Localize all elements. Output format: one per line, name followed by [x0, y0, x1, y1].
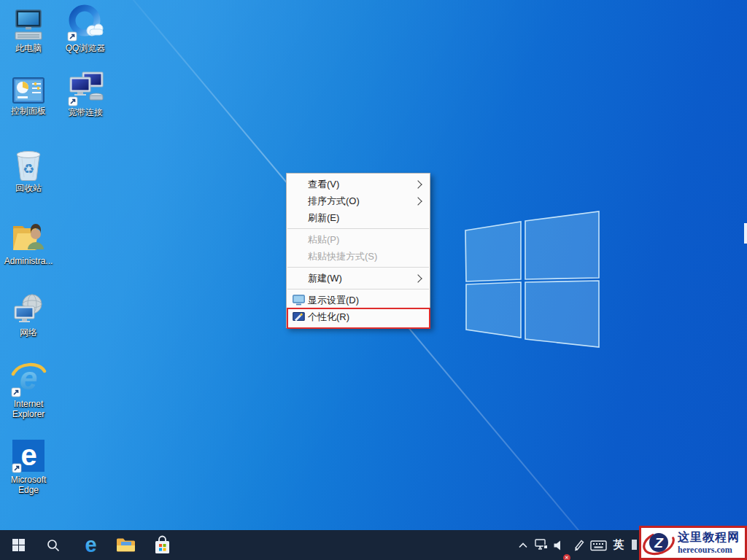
- edge-icon: e: [81, 535, 101, 555]
- microsoft-store-icon: [153, 535, 171, 555]
- menu-item-refresh[interactable]: 刷新(E): [287, 209, 430, 226]
- chevron-up-icon: [518, 542, 528, 549]
- internet-explorer-icon: e: [9, 360, 47, 398]
- submenu-arrow-icon: [414, 197, 422, 205]
- desktop-icon-recycle-bin[interactable]: ♻ 回收站: [0, 148, 57, 193]
- desktop-icon-network[interactable]: 网络: [0, 292, 57, 338]
- watermark-logo: Z: [642, 529, 676, 558]
- taskbar-edge-button[interactable]: e: [80, 530, 101, 560]
- user-folder-icon: [10, 220, 47, 255]
- menu-item-new[interactable]: 新建(W): [287, 270, 430, 287]
- submenu-arrow-icon: [414, 274, 422, 282]
- watermark-site-name: 这里教程网: [678, 532, 740, 543]
- shortcut-arrow-badge: [12, 388, 20, 397]
- svg-text:♻: ♻: [23, 162, 34, 176]
- tray-show-hidden-icons[interactable]: [515, 530, 531, 560]
- tray-language-indicator[interactable]: 英: [610, 530, 627, 560]
- qq-browser-icon: [65, 3, 106, 42]
- desktop-icon-label: 宽带连接: [68, 107, 103, 117]
- desktop-icon-label: 网络: [20, 327, 37, 338]
- desktop-icon-label: 此电脑: [15, 43, 42, 53]
- menu-item-display-settings[interactable]: 显示设置(D): [287, 292, 430, 308]
- desktop-icon-label: 回收站: [15, 183, 42, 193]
- recycle-bin-icon: ♻: [14, 149, 43, 182]
- site-watermark: Z 这里教程网 herecours.com: [639, 526, 747, 560]
- desktop-icon-administrator[interactable]: Administra...: [0, 219, 57, 266]
- taskbar-store-button[interactable]: [152, 530, 172, 560]
- network-icon: [12, 293, 45, 327]
- tray-volume-button[interactable]: ✕: [550, 530, 568, 560]
- broadband-connection-icon: [66, 71, 105, 106]
- menu-separator: [287, 289, 429, 289]
- display-settings-icon: [293, 295, 305, 306]
- search-icon: [47, 539, 60, 552]
- desktop-icon-control-panel[interactable]: 控制面板: [0, 74, 57, 116]
- desktop-icon-microsoft-edge[interactable]: e Microsoft Edge: [0, 436, 57, 495]
- desktop-context-menu: 查看(V) 排序方式(O) 刷新(E) 粘贴(P) 粘贴快捷方式(S) 新建(W…: [286, 173, 430, 328]
- desktop-icon-label: Internet Explorer: [0, 399, 57, 419]
- search-button[interactable]: [44, 530, 63, 560]
- shortcut-arrow-badge: [69, 97, 77, 106]
- svg-text:e: e: [85, 535, 96, 555]
- tray-partial-icon: [632, 540, 637, 550]
- windows-logo: [460, 206, 605, 352]
- menu-item-paste-shortcut: 粘贴快捷方式(S): [287, 248, 430, 265]
- desktop-icon-internet-explorer[interactable]: e Internet Explorer: [0, 359, 57, 419]
- svg-text:Z: Z: [654, 535, 664, 551]
- tray-pen-button[interactable]: [570, 530, 587, 560]
- menu-separator: [287, 228, 429, 229]
- tray-touch-keyboard-button[interactable]: [588, 530, 608, 560]
- tray-network-button[interactable]: [533, 530, 550, 560]
- shortcut-arrow-badge: [68, 32, 77, 41]
- microsoft-edge-icon: e: [10, 438, 47, 474]
- control-panel-icon: [12, 77, 45, 105]
- desktop-icon-label: QQ浏览器: [66, 43, 106, 53]
- menu-item-view[interactable]: 查看(V): [287, 176, 430, 192]
- menu-item-personalize[interactable]: 个性化(R): [287, 308, 430, 325]
- desktop-icon-label: 控制面板: [11, 106, 46, 116]
- desktop-icon-label: Microsoft Edge: [0, 475, 57, 495]
- shortcut-arrow-badge: [12, 464, 21, 472]
- desktop-icon-label: Administra...: [4, 256, 53, 266]
- desktop-icon-qq-browser[interactable]: QQ浏览器: [57, 2, 114, 53]
- svg-text:e: e: [20, 439, 36, 471]
- taskbar-file-explorer-button[interactable]: [115, 530, 136, 560]
- desktop-icon-broadband[interactable]: 宽带连接: [57, 71, 114, 117]
- menu-item-paste: 粘贴(P): [287, 231, 430, 248]
- watermark-site-url: herecours.com: [678, 545, 740, 554]
- pen-icon: [573, 539, 585, 551]
- desktop-icon-this-pc[interactable]: 此电脑: [0, 6, 57, 53]
- this-pc-icon: [12, 9, 44, 42]
- menu-separator: [287, 267, 429, 268]
- screen-edge-artifact: [744, 223, 747, 244]
- file-explorer-icon: [116, 537, 136, 553]
- personalize-icon: [293, 311, 305, 322]
- speaker-icon: [553, 540, 565, 551]
- menu-item-sort-by[interactable]: 排序方式(O): [287, 192, 430, 209]
- start-button[interactable]: [7, 530, 29, 560]
- keyboard-icon: [590, 540, 607, 551]
- windows-start-icon: [12, 539, 25, 551]
- network-ethernet-icon: [535, 539, 549, 551]
- submenu-arrow-icon: [414, 180, 422, 188]
